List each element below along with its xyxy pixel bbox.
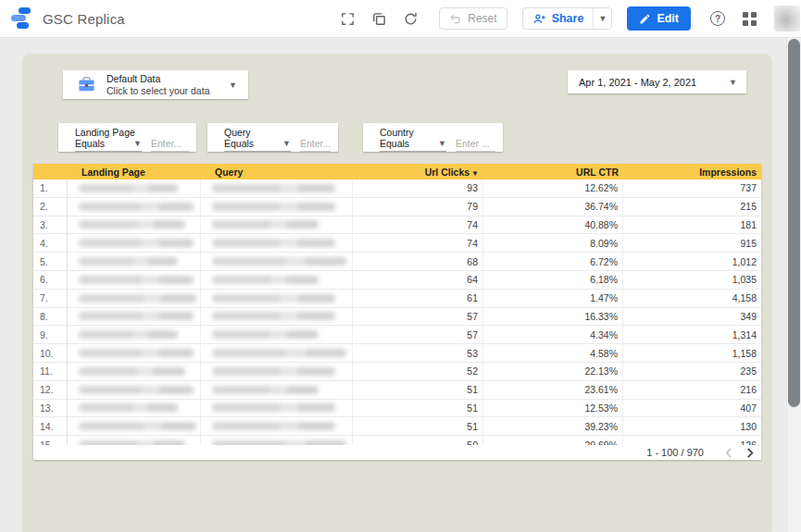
- user-avatar[interactable]: [774, 6, 800, 31]
- url-ctr-cell: 12.62%: [483, 179, 623, 197]
- landing-page-cell: [68, 400, 201, 417]
- query-cell: [201, 253, 353, 270]
- redacted-landing-page: [79, 330, 178, 339]
- landing-page-cell: [68, 253, 201, 270]
- query-cell: [201, 198, 353, 216]
- table-header-row: Landing Page Query Url Clicks▼ URL CTR I…: [33, 164, 761, 179]
- filter-label: Country: [363, 123, 503, 138]
- help-button[interactable]: ?: [704, 5, 732, 32]
- undo-icon: [449, 12, 462, 25]
- url-clicks-cell: 79: [353, 198, 483, 216]
- table-row: 14. 51 39.23% 130: [33, 417, 761, 436]
- redacted-landing-page: [79, 294, 196, 303]
- edit-label: Edit: [657, 12, 679, 25]
- filter-value-input[interactable]: [151, 138, 189, 152]
- chevron-down-icon: ▼: [729, 78, 737, 87]
- table-row: 6. 64 6.18% 1,035: [33, 271, 761, 290]
- url-clicks-cell: 52: [353, 363, 483, 380]
- share-button[interactable]: Share: [523, 8, 594, 29]
- url-ctr-cell: 39.23%: [483, 417, 623, 435]
- data-toolbox-icon: [78, 77, 95, 93]
- url-clicks-cell: 51: [353, 400, 483, 417]
- column-header-url-ctr[interactable]: URL CTR: [483, 167, 623, 178]
- query-cell: [201, 344, 353, 362]
- row-number: 5.: [33, 253, 68, 270]
- vertical-scrollbar[interactable]: [786, 38, 801, 532]
- redacted-landing-page: [79, 220, 185, 229]
- filter-operator-select[interactable]: Equals ▼: [75, 138, 142, 152]
- table-row: 7. 61 1.47% 4,158: [33, 290, 761, 308]
- redacted-landing-page: [79, 203, 194, 211]
- date-range-control[interactable]: Apr 1, 2021 - May 2, 2021 ▼: [568, 70, 746, 93]
- table-row: 8. 57 16.33% 349: [33, 308, 761, 327]
- impressions-cell: 130: [623, 417, 761, 435]
- impressions-cell: 407: [623, 400, 761, 417]
- column-header-label: Url Clicks: [425, 167, 469, 178]
- report-title: GSC Replica: [43, 11, 125, 27]
- filter-value-input[interactable]: [456, 138, 495, 152]
- redacted-query: [212, 330, 319, 339]
- fullscreen-icon: [340, 11, 356, 27]
- url-ctr-cell: 6.18%: [483, 271, 623, 289]
- filter-country: Country Equals ▼: [363, 123, 503, 152]
- impressions-cell: 1,035: [623, 271, 761, 289]
- redacted-query: [212, 367, 335, 376]
- query-cell: [201, 308, 353, 326]
- url-ctr-cell: 12.53%: [483, 400, 623, 417]
- landing-page-cell: [68, 198, 201, 216]
- filter-value-input[interactable]: [300, 138, 331, 152]
- url-ctr-cell: 22.13%: [483, 363, 623, 380]
- date-range-value: Apr 1, 2021 - May 2, 2021: [579, 77, 729, 88]
- redacted-query: [212, 403, 335, 412]
- edit-button[interactable]: Edit: [627, 6, 691, 31]
- filter-label: Landing Page: [58, 123, 196, 138]
- column-header-query[interactable]: Query: [201, 167, 353, 178]
- query-cell: [201, 217, 353, 234]
- url-clicks-cell: 74: [353, 234, 483, 252]
- table-row: 1. 93 12.62% 737: [33, 179, 761, 198]
- row-number: 12.: [33, 381, 68, 399]
- url-clicks-cell: 93: [353, 179, 483, 197]
- scrollbar-thumb[interactable]: [788, 39, 800, 407]
- copy-report-button[interactable]: [365, 5, 393, 32]
- redacted-query: [212, 184, 335, 192]
- table-row: 10. 53 4.58% 1,158: [33, 344, 761, 363]
- reset-button[interactable]: Reset: [439, 7, 507, 30]
- refresh-button[interactable]: [396, 5, 424, 32]
- landing-page-cell: [68, 217, 201, 234]
- data-source-subtitle: Click to select your data: [106, 85, 229, 97]
- row-number: 4.: [33, 234, 68, 252]
- filter-operator-select[interactable]: Equals ▼: [380, 138, 446, 152]
- column-header-landing-page[interactable]: Landing Page: [68, 167, 201, 178]
- redacted-landing-page: [79, 386, 194, 394]
- refresh-icon: [403, 11, 419, 27]
- apps-menu-button[interactable]: [735, 5, 763, 32]
- redacted-query: [212, 203, 335, 211]
- filter-operator-select[interactable]: Equals ▼: [224, 138, 291, 152]
- previous-page-button[interactable]: [720, 446, 735, 459]
- impressions-cell: 235: [623, 363, 761, 380]
- next-page-button[interactable]: [743, 446, 757, 459]
- share-options-caret[interactable]: ▼: [593, 8, 611, 29]
- impressions-cell: 349: [623, 308, 761, 326]
- url-ctr-cell: 4.58%: [483, 344, 623, 362]
- impressions-cell: 216: [623, 381, 761, 399]
- pencil-icon: [639, 13, 651, 25]
- redacted-query: [212, 422, 335, 430]
- fullscreen-button[interactable]: [333, 5, 361, 32]
- column-header-impressions[interactable]: Impressions: [623, 167, 761, 178]
- row-number: 11.: [33, 363, 68, 380]
- row-number: 7.: [33, 290, 68, 307]
- query-cell: [201, 290, 353, 307]
- query-cell: [201, 179, 353, 197]
- url-ctr-cell: 6.72%: [483, 253, 623, 270]
- landing-page-cell: [68, 363, 201, 380]
- column-header-url-clicks[interactable]: Url Clicks▼: [353, 167, 483, 178]
- apps-grid-icon: [743, 12, 757, 26]
- redacted-query: [212, 312, 335, 320]
- data-source-selector[interactable]: Default Data Click to select your data ▼: [63, 70, 248, 99]
- data-studio-logo-icon[interactable]: [9, 6, 33, 31]
- url-ctr-cell: 8.09%: [483, 234, 623, 252]
- url-ctr-cell: 1.47%: [483, 290, 623, 307]
- redacted-landing-page: [79, 239, 194, 247]
